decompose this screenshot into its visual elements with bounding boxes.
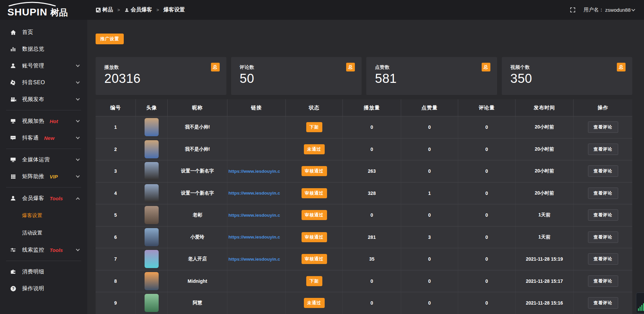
logo-arc (7, 2, 58, 6)
column-header: 发布时间 (516, 99, 574, 116)
help-icon: ? (9, 285, 17, 292)
cell-link: https://www.iesdouyin.c (227, 204, 286, 226)
sidebar-item-data-overview[interactable]: 数据总览 (0, 41, 87, 57)
stat-card-videos: 视频个数350总 (502, 57, 633, 95)
cell-time: 1天前 (516, 226, 574, 248)
cell-plays: 281 (343, 226, 401, 248)
sidebar-item-tag: New (44, 135, 55, 141)
video-link[interactable]: https://www.iesdouyin.c (228, 213, 280, 218)
view-comments-button[interactable]: 查看评论 (588, 275, 618, 287)
sidebar-item-operation-guide[interactable]: ?操作说明 (0, 280, 87, 297)
sidebar-item-media-operation[interactable]: 全媒体运营 (0, 151, 87, 168)
cell-action: 查看评论 (574, 248, 632, 270)
status-badge: 审核通过 (302, 166, 327, 176)
fullscreen-icon[interactable] (570, 7, 576, 13)
view-comments-button[interactable]: 查看评论 (588, 297, 618, 309)
cell-nickname: 老彬 (168, 204, 227, 226)
cell-id: 8 (96, 270, 136, 292)
cell-link (227, 292, 286, 314)
cell-link (227, 139, 286, 160)
cell-avatar (136, 292, 168, 314)
view-comments-button[interactable]: 查看评论 (588, 209, 618, 221)
cell-plays: 35 (343, 248, 401, 270)
username-label: 用户名： (584, 7, 604, 13)
sidebar-item-label: 数据总览 (22, 46, 44, 53)
cell-id: 7 (96, 248, 136, 270)
cell-id: 3 (96, 160, 136, 182)
cell-id: 6 (96, 226, 136, 248)
cell-nickname: 设置一个新名字 (168, 160, 227, 182)
sidebar-menu: 首页数据总览账号管理抖音SEO视频发布视频加热Hot抖客通New全媒体运营矩阵助… (0, 24, 87, 297)
sidebar-item-home[interactable]: 首页 (0, 24, 87, 41)
cell-nickname: 我不是小帅! (168, 139, 227, 160)
stats-row: 播放数20316总评论数50总点赞数581总视频个数350总 (96, 57, 632, 95)
table-row: 9阿慧未通过0002021-11-28 15:16查看评论 (96, 292, 632, 314)
video-link[interactable]: https://www.iesdouyin.c (228, 257, 280, 262)
sidebar-item-douyin-seo[interactable]: 抖音SEO (0, 74, 87, 91)
sidebar-item-video-publish[interactable]: 视频发布 (0, 91, 87, 108)
avatar-image (145, 184, 159, 202)
cell-action: 查看评论 (574, 204, 632, 226)
view-comments-button[interactable]: 查看评论 (588, 165, 618, 177)
cell-comments: 0 (458, 226, 516, 248)
sidebar-item-label: 消费明细 (22, 268, 44, 275)
cell-id: 4 (96, 182, 136, 204)
user-menu[interactable]: 用户名： zswodun88 (584, 7, 635, 13)
sidebar-item-consume-detail[interactable]: 消费明细 (0, 263, 87, 280)
chevron-down-icon (76, 63, 79, 67)
sidebar-item-label: 操作说明 (22, 285, 44, 292)
video-link[interactable]: https://www.iesdouyin.c (228, 234, 280, 240)
cell-plays: 0 (343, 116, 401, 138)
column-header: 昵称 (168, 99, 227, 116)
cell-id: 2 (96, 139, 136, 160)
sidebar-item-matrix-boost[interactable]: 矩阵助推VIP (0, 168, 87, 185)
breadcrumb-separator: > (117, 7, 120, 12)
sidebar-divider (6, 149, 81, 149)
view-comments-button[interactable]: 查看评论 (588, 188, 618, 199)
chevron-down-icon (76, 247, 79, 251)
sidebar-item-douketong[interactable]: 抖客通New (0, 129, 87, 146)
cell-id: 1 (96, 116, 136, 138)
chevron-down-icon (76, 118, 79, 122)
sidebar-item-member-baoke[interactable]: 会员爆客Tools (0, 190, 87, 207)
cell-action: 查看评论 (574, 139, 632, 160)
cell-link (227, 270, 286, 292)
sidebar-subitem-baoke-settings[interactable]: 爆客设置 (0, 207, 87, 224)
sidebar-subitem-activity-settings[interactable]: 活动设置 (0, 224, 87, 242)
sidebar-item-clue-monitor[interactable]: 线索监控Tools (0, 242, 87, 258)
view-comments-button[interactable]: 查看评论 (588, 144, 618, 155)
breadcrumb-section[interactable]: 会员爆客 (124, 6, 152, 13)
cell-nickname: Midnight (168, 270, 227, 292)
cell-comments: 0 (458, 139, 516, 160)
breadcrumb-home[interactable]: 树品 (96, 6, 113, 13)
username-value: zswodun88 (605, 7, 631, 13)
cell-time: 2021-11-28 15:17 (516, 270, 574, 292)
sidebar-item-label: 抖音SEO (22, 79, 45, 86)
sidebar-item-label: 视频加热 (22, 118, 44, 125)
floating-assistant-widget[interactable] (636, 293, 644, 313)
cell-status: 审核通过 (286, 248, 343, 270)
table-row: 8Midnight下架0002021-11-28 15:17查看评论 (96, 270, 632, 292)
view-comments-button[interactable]: 查看评论 (588, 253, 618, 265)
video-link[interactable]: https://www.iesdouyin.c (228, 169, 280, 174)
sidebar-item-label: 视频发布 (22, 96, 44, 103)
avatar-image (145, 206, 159, 224)
logo-text-en: SHUPIN (7, 7, 47, 17)
promo-settings-button[interactable]: 推广设置 (96, 34, 124, 44)
sidebar-item-account-manage[interactable]: 账号管理 (0, 57, 87, 74)
video-link[interactable]: https://www.iesdouyin.c (228, 191, 280, 196)
cell-avatar (136, 160, 168, 182)
stat-card-likes: 点赞数581总 (366, 57, 497, 95)
cell-likes: 0 (401, 160, 458, 182)
cell-nickname: 老人开店 (168, 248, 227, 270)
monitor-icon (9, 157, 17, 163)
total-badge: 总 (617, 63, 626, 71)
cell-link: https://www.iesdouyin.c (227, 160, 286, 182)
cell-likes: 0 (401, 204, 458, 226)
sidebar-item-tag: Tools (50, 247, 63, 253)
cell-action: 查看评论 (574, 160, 632, 182)
chevron-down-icon (76, 157, 79, 161)
view-comments-button[interactable]: 查看评论 (588, 121, 618, 133)
view-comments-button[interactable]: 查看评论 (588, 231, 618, 243)
sidebar-item-video-heat[interactable]: 视频加热Hot (0, 113, 87, 129)
